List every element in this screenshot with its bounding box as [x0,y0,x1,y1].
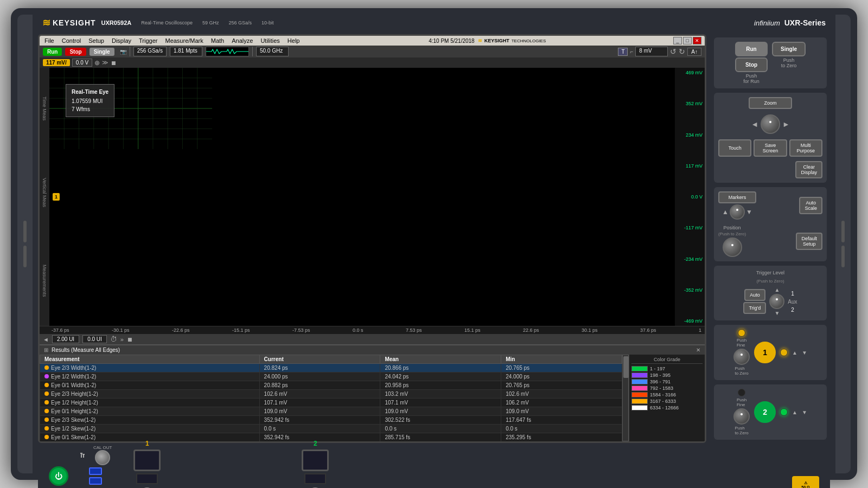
ch2-arrow-down[interactable]: ▼ [802,409,807,415]
time-376ps: 37.6 ps [640,328,656,333]
hw-clear-display-button[interactable]: ClearDisplay [795,161,822,178]
table-row[interactable]: Eye 2/3 Width(1-2) 20.824 ps 20.866 ps 2… [40,364,622,373]
ch1-arrow-up[interactable]: ▲ [792,350,797,356]
marker-arrow-up[interactable]: ▲ [722,208,729,216]
memory-field[interactable]: 1.81 Mpts [170,47,202,56]
minimize-button[interactable]: _ [673,37,682,44]
table-row[interactable]: Eye 0/1 Height(1-2) 109.0 mV 109.0 mV 10… [40,407,622,416]
menu-analyze[interactable]: Analyze [230,37,254,44]
timebase-field[interactable]: 50.0 GHz [256,47,289,56]
hw-auto-scale-button[interactable]: AutoScale [799,197,822,214]
menu-measure[interactable]: Measure/Mark [163,37,205,44]
menu-math[interactable]: Math [209,37,226,44]
hw-markers-button[interactable]: Markers [718,191,756,203]
trigger-knob[interactable] [769,294,784,309]
trigger-arrow-down[interactable]: ▼ [774,310,780,316]
maximize-button[interactable]: □ [683,37,692,44]
table-row[interactable]: Eye 1/2 Height(1-2) 107.1 mV 107.1 mV 10… [40,399,622,407]
ch2-knob[interactable] [733,408,750,425]
hw-run-button[interactable]: Run [735,42,768,56]
meas-name-cell: Eye 2/3 Width(1-2) [40,364,260,373]
menu-utilities[interactable]: Utilities [259,37,281,44]
ch2-arrow-up[interactable]: ▲ [792,409,797,415]
time-n301ps: -30.1 ps [112,328,130,333]
series-label: UXR-Series [784,18,826,27]
hw-single-button[interactable]: Single [772,42,806,56]
time-n151ps: -15.1 ps [232,328,250,333]
meas-min-cell: 109.0 mV [501,407,622,416]
hw-touch-button[interactable]: Touch [718,139,751,157]
model-number: UXR0592A [101,20,132,26]
usb-port-1[interactable] [89,467,102,475]
table-row[interactable]: Eye 1/2 Skew(1-2) 0.0 s 0.0 s 0.0 s [40,425,622,433]
dot-icon [44,418,49,422]
markers-knob[interactable] [730,204,745,220]
hw-default-setup-button[interactable]: DefaultSetup [796,233,822,250]
grip [23,221,27,242]
undo-button[interactable]: ↺ [670,47,676,56]
ch1-knob[interactable] [733,349,750,365]
table-row[interactable]: Eye 0/1 Width(1-2) 20.882 ps 20.958 ps 2… [40,381,622,390]
table-row[interactable]: Eye 0/1 Skew(1-2) 352.942 fs 285.715 fs … [40,433,622,442]
position-knob[interactable] [723,237,742,257]
trigger-level-field[interactable]: 8 mV [635,47,668,56]
menu-display[interactable]: Display [110,37,133,44]
close-button[interactable]: ✕ [693,37,701,44]
auto-icon: A↑ [687,48,701,56]
results-scrollbar[interactable] [622,355,629,441]
channel-offset-value[interactable]: 0.0 V [72,59,92,67]
table-row[interactable]: Eye 1/2 Width(1-2) 24.000 ps 24.042 ps 2… [40,373,622,381]
table-row[interactable]: Eye 2/3 Height(1-2) 102.6 mV 103.2 mV 10… [40,390,622,399]
push-to-zero-label: (Push to Zero) [718,232,746,236]
zoom-arrow-left[interactable]: ◄ [751,120,758,129]
hw-stop-button[interactable]: Stop [735,57,768,72]
redo-button[interactable]: ↻ [679,47,685,56]
menu-control[interactable]: Control [60,37,82,44]
info-tooltip: Real-Time Eye 1.07559 MUI 7 Wfms [66,84,114,117]
hw-save-screen-button[interactable]: SaveScreen [754,139,787,157]
single-button[interactable]: Single [90,48,114,56]
run-button[interactable]: Run [43,48,62,56]
hw-zoom-button[interactable]: Zoom [749,97,792,109]
color-grade-entry: 1584 - 3166 [631,392,703,397]
hw-multi-purpose-button[interactable]: MultiPurpose [789,139,822,157]
channel-scale-value[interactable]: 117 mV/ [43,59,70,66]
usb-port-2[interactable] [89,477,102,485]
hw-ch2-section: PushFine Pushto Zero 2 ▲ ▼ [714,384,827,440]
table-row[interactable]: Eye 2/3 Skew(1-2) 352.942 fs 302.522 fs … [40,416,622,425]
zoom-arrow-right[interactable]: ► [782,120,790,129]
results-header-left: ⊞ Results (Measure All Edges) [44,347,120,353]
waveform-preview [206,47,249,56]
time-value-field[interactable]: 2.00 UI [52,335,79,343]
zoom-knob[interactable] [761,114,780,134]
color-swatch [631,379,648,384]
trigger-ch-group: 1 Aux 2 [788,291,797,313]
menu-file[interactable]: File [43,37,56,44]
ch2-button[interactable]: 2 [754,401,776,423]
channel-arrow-button[interactable]: ≫ [102,59,108,66]
time-nav-left[interactable]: ◄ [43,336,49,343]
stop-button[interactable]: Stop [65,48,86,56]
hw-auto-button[interactable]: Auto [744,289,765,301]
menu-trigger[interactable]: Trigger [137,37,159,44]
meas-current-cell: 352.942 fs [259,433,380,442]
color-range-label: 1 - 197 [650,366,665,371]
ch1-button[interactable]: 1 [754,342,776,363]
camera-icon[interactable]: 📷 [120,49,126,55]
sample-rate-field[interactable]: 256 GSa/s [133,47,167,56]
meas-name-cell: Eye 0/1 Height(1-2) [40,407,260,416]
results-close-button[interactable]: ✕ [696,347,700,353]
trigger-arrow-up[interactable]: ▲ [774,287,780,293]
ch1-arrow-down[interactable]: ▼ [802,350,807,356]
hw-trigD-button[interactable]: Trig'd [743,302,766,314]
marker-arrow-down[interactable]: ▼ [746,208,752,216]
menu-setup[interactable]: Setup [87,37,106,44]
menu-help[interactable]: Help [286,37,302,44]
time-nav-right[interactable]: » [120,336,124,343]
grip [841,246,845,267]
power-button[interactable]: ⏻ [49,466,68,486]
meas-current-cell: 24.000 ps [259,373,380,381]
add-channel-button[interactable]: ⊕ [94,59,100,67]
color-grade-label: Color Grade [631,357,703,364]
time-offset-field[interactable]: 0.0 UI [82,335,107,343]
